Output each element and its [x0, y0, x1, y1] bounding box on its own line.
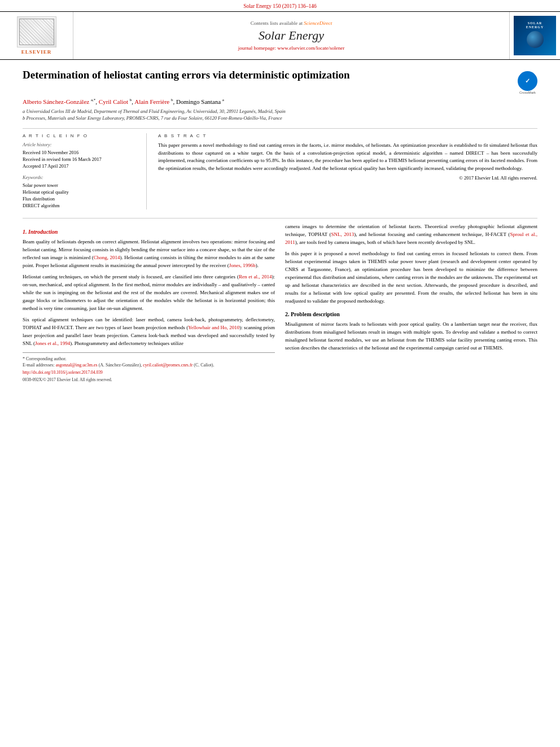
keywords-label: Keywords:	[23, 174, 138, 180]
intro-para-2: Heliostat canting techniques, on which t…	[23, 273, 275, 313]
keyword-4: DIRECT algorithm	[23, 203, 138, 208]
history-label: Article history:	[23, 142, 138, 147]
intro-para-3: Six optical alignment techniques can be …	[23, 316, 275, 348]
elsevier-logo: ELSEVIER	[17, 16, 56, 55]
footer: * Corresponding author. E-mail addresses…	[23, 352, 275, 382]
elsevier-name: ELSEVIER	[21, 49, 52, 55]
crossmark-badge: ✓ CrossMark	[518, 71, 537, 94]
journal-header-center: Contents lists available at ScienceDirec…	[73, 12, 509, 59]
intro-right-para-2: In this paper it is proposed a novel met…	[285, 250, 537, 305]
revised-date: Received in revised form 16 March 2017	[23, 156, 138, 162]
email2-link[interactable]: cyril.caliot@promes.cnrs.fr	[143, 362, 193, 368]
author-ferriere: Alain Ferrière	[134, 98, 169, 105]
divider-1	[23, 128, 537, 129]
problem-title: 2. Problem description	[285, 311, 537, 317]
elsevier-image	[17, 16, 56, 47]
abstract-heading: A B S T R A C T	[158, 133, 537, 138]
author-caliot: Cyril Caliot	[99, 98, 128, 105]
received-date: Received 10 November 2016	[23, 150, 138, 155]
author-gonzalez: Alberto Sánchez-González	[23, 98, 89, 105]
article-info-column: A R T I C L E I N F O Article history: R…	[23, 133, 147, 209]
journal-reference: Solar Energy 150 (2017) 136–146	[0, 0, 560, 11]
doi-link[interactable]: http://dx.doi.org/10.1016/j.solener.2017…	[23, 370, 103, 375]
affiliation-b: b Processes, Materials and Solar Energy …	[23, 115, 537, 122]
body-right-column: camera images to determine the orientati…	[285, 223, 537, 382]
problem-para-1: Misalignment of mirror facets leads to h…	[285, 321, 537, 352]
crossmark-icon: ✓	[518, 71, 537, 91]
title-row: Determination of heliostat canting error…	[23, 68, 537, 94]
keyword-3: Flux distribution	[23, 196, 138, 202]
journal-header: ELSEVIER Contents lists available at Sci…	[0, 11, 560, 60]
body-left-column: 1. Introduction Beam quality of heliosta…	[23, 223, 275, 382]
journal-homepage: journal homepage: www.elsevier.com/locat…	[238, 45, 344, 51]
divider-2	[23, 218, 537, 219]
intro-title: 1. Introduction	[23, 229, 275, 235]
accepted-date: Accepted 17 April 2017	[23, 163, 138, 169]
sciencedirect-name[interactable]: ScienceDirect	[304, 20, 332, 26]
abstract-column: A B S T R A C T This paper presents a no…	[158, 133, 537, 209]
main-content: Determination of heliostat canting error…	[0, 60, 560, 391]
sciencedirect-link: Contents lists available at ScienceDirec…	[251, 20, 333, 26]
keyword-1: Solar power tower	[23, 182, 138, 188]
email1-link[interactable]: asgonzal@ing.uc3m.es	[56, 362, 98, 368]
paper-title: Determination of heliostat canting error…	[23, 68, 509, 82]
footer-doi: http://dx.doi.org/10.1016/j.solener.2017…	[23, 370, 275, 375]
footnote-email: E-mail addresses: asgonzal@ing.uc3m.es (…	[23, 362, 275, 368]
issn-text: 0038-092X/© 2017 Elsevier Ltd. All right…	[23, 377, 275, 382]
journal-ref-text: Solar Energy 150 (2017) 136–146	[243, 3, 317, 9]
intro-para-1: Beam quality of heliostats depends on co…	[23, 238, 275, 270]
badge-globe	[527, 31, 544, 48]
crossmark-label: CrossMark	[518, 91, 537, 94]
article-info-heading: A R T I C L E I N F O	[23, 133, 138, 138]
copyright: © 2017 Elsevier Ltd. All rights reserved…	[158, 174, 537, 182]
author-santana: Domingo Santana	[176, 98, 221, 105]
footnote-star: * Corresponding author.	[23, 356, 275, 361]
intro-right-para-1: camera images to determine the orientati…	[285, 223, 537, 247]
solar-energy-badge: SOLARENERGY	[514, 16, 556, 55]
affiliation-a: a Universidad Carlos III de Madrid, Depa…	[23, 108, 537, 115]
authors-line: Alberto Sánchez-González a,*, Cyril Cali…	[23, 98, 537, 105]
affiliations: a Universidad Carlos III de Madrid, Depa…	[23, 108, 537, 122]
article-info-abstract: A R T I C L E I N F O Article history: R…	[23, 133, 537, 209]
journal-badge-area: SOLARENERGY	[509, 12, 560, 59]
body-content: 1. Introduction Beam quality of heliosta…	[23, 223, 537, 382]
elsevier-logo-area: ELSEVIER	[0, 12, 73, 59]
journal-title: Solar Energy	[259, 28, 324, 43]
badge-title: SOLARENERGY	[526, 21, 544, 29]
keyword-2: Heliostat optical quality	[23, 189, 138, 195]
abstract-text: This paper presents a novel methodology …	[158, 142, 537, 182]
